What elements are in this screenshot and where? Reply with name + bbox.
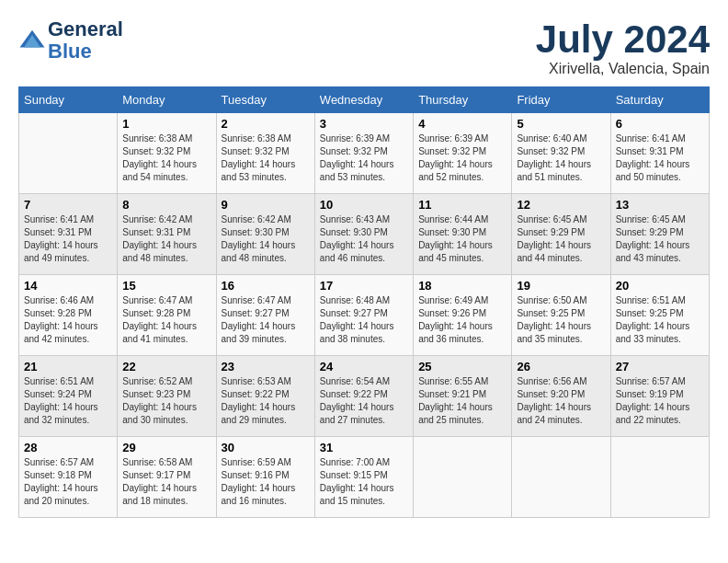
day-number: 19 [517, 279, 605, 293]
day-number: 26 [517, 360, 605, 373]
cell-sun-info: Sunrise: 6:46 AMSunset: 9:28 PMDaylight:… [24, 294, 112, 346]
calendar-cell [610, 437, 709, 518]
cell-sun-info: Sunrise: 6:59 AMSunset: 9:16 PMDaylight:… [222, 456, 310, 508]
weekday-header-friday: Friday [512, 87, 610, 113]
calendar-cell: 9Sunrise: 6:42 AMSunset: 9:30 PMDaylight… [216, 194, 314, 275]
calendar-cell: 15Sunrise: 6:47 AMSunset: 9:28 PMDayligh… [118, 275, 216, 356]
cell-sun-info: Sunrise: 6:54 AMSunset: 9:22 PMDaylight:… [320, 375, 408, 427]
day-number: 6 [616, 117, 704, 131]
calendar-row-1: 1Sunrise: 6:38 AMSunset: 9:32 PMDaylight… [19, 113, 710, 194]
logo-blue: Blue [48, 40, 92, 63]
calendar-row-4: 21Sunrise: 6:51 AMSunset: 9:24 PMDayligh… [19, 356, 710, 437]
calendar-cell: 10Sunrise: 6:43 AMSunset: 9:30 PMDayligh… [314, 194, 413, 275]
calendar-cell: 11Sunrise: 6:44 AMSunset: 9:30 PMDayligh… [414, 194, 512, 275]
weekday-header-wednesday: Wednesday [314, 87, 413, 113]
calendar-cell: 14Sunrise: 6:46 AMSunset: 9:28 PMDayligh… [19, 275, 118, 356]
cell-sun-info: Sunrise: 6:49 AMSunset: 9:26 PMDaylight:… [418, 294, 506, 346]
cell-sun-info: Sunrise: 6:39 AMSunset: 9:32 PMDaylight:… [418, 132, 506, 184]
calendar-cell: 29Sunrise: 6:58 AMSunset: 9:17 PMDayligh… [118, 437, 216, 518]
calendar-cell: 7Sunrise: 6:41 AMSunset: 9:31 PMDaylight… [19, 194, 118, 275]
calendar-cell: 17Sunrise: 6:48 AMSunset: 9:27 PMDayligh… [314, 275, 413, 356]
weekday-header-saturday: Saturday [610, 87, 709, 113]
logo-general: General [48, 17, 123, 40]
calendar-row-3: 14Sunrise: 6:46 AMSunset: 9:28 PMDayligh… [19, 275, 710, 356]
calendar-cell: 18Sunrise: 6:49 AMSunset: 9:26 PMDayligh… [414, 275, 512, 356]
day-number: 30 [222, 441, 310, 454]
calendar-cell: 3Sunrise: 6:39 AMSunset: 9:32 PMDaylight… [314, 113, 413, 194]
cell-sun-info: Sunrise: 6:40 AMSunset: 9:32 PMDaylight:… [517, 132, 605, 184]
calendar-cell: 12Sunrise: 6:45 AMSunset: 9:29 PMDayligh… [512, 194, 610, 275]
day-number: 18 [418, 279, 506, 293]
cell-sun-info: Sunrise: 6:45 AMSunset: 9:29 PMDaylight:… [616, 213, 704, 265]
calendar-cell: 25Sunrise: 6:55 AMSunset: 9:21 PMDayligh… [414, 356, 512, 437]
day-number: 3 [320, 117, 408, 131]
calendar-cell: 26Sunrise: 6:56 AMSunset: 9:20 PMDayligh… [512, 356, 610, 437]
cell-sun-info: Sunrise: 6:43 AMSunset: 9:30 PMDaylight:… [320, 213, 408, 265]
calendar-cell: 22Sunrise: 6:52 AMSunset: 9:23 PMDayligh… [118, 356, 216, 437]
cell-sun-info: Sunrise: 6:47 AMSunset: 9:27 PMDaylight:… [222, 294, 310, 346]
cell-sun-info: Sunrise: 6:38 AMSunset: 9:32 PMDaylight:… [222, 132, 310, 184]
calendar-cell [414, 437, 512, 518]
calendar-cell: 20Sunrise: 6:51 AMSunset: 9:25 PMDayligh… [610, 275, 709, 356]
day-number: 13 [616, 198, 704, 212]
calendar-cell: 27Sunrise: 6:57 AMSunset: 9:19 PMDayligh… [610, 356, 709, 437]
cell-sun-info: Sunrise: 6:50 AMSunset: 9:25 PMDaylight:… [517, 294, 605, 346]
calendar-cell: 24Sunrise: 6:54 AMSunset: 9:22 PMDayligh… [314, 356, 413, 437]
calendar-cell: 28Sunrise: 6:57 AMSunset: 9:18 PMDayligh… [19, 437, 118, 518]
calendar-row-5: 28Sunrise: 6:57 AMSunset: 9:18 PMDayligh… [19, 437, 710, 518]
day-number: 25 [418, 360, 506, 373]
day-number: 20 [616, 279, 704, 293]
logo-text: General Blue [48, 18, 123, 63]
day-number: 21 [24, 360, 112, 373]
day-number: 23 [222, 360, 310, 373]
calendar-cell: 19Sunrise: 6:50 AMSunset: 9:25 PMDayligh… [512, 275, 610, 356]
day-number: 8 [122, 198, 210, 212]
cell-sun-info: Sunrise: 6:42 AMSunset: 9:30 PMDaylight:… [222, 213, 310, 265]
calendar-row-2: 7Sunrise: 6:41 AMSunset: 9:31 PMDaylight… [19, 194, 710, 275]
cell-sun-info: Sunrise: 6:51 AMSunset: 9:24 PMDaylight:… [24, 375, 112, 427]
day-number: 12 [517, 198, 605, 212]
calendar-cell: 4Sunrise: 6:39 AMSunset: 9:32 PMDaylight… [414, 113, 512, 194]
weekday-header-tuesday: Tuesday [216, 87, 314, 113]
logo-icon [18, 27, 46, 54]
day-number: 17 [320, 279, 408, 293]
calendar-cell: 8Sunrise: 6:42 AMSunset: 9:31 PMDaylight… [118, 194, 216, 275]
cell-sun-info: Sunrise: 6:41 AMSunset: 9:31 PMDaylight:… [24, 213, 112, 265]
calendar-cell: 23Sunrise: 6:53 AMSunset: 9:22 PMDayligh… [216, 356, 314, 437]
cell-sun-info: Sunrise: 6:44 AMSunset: 9:30 PMDaylight:… [418, 213, 506, 265]
day-number: 15 [122, 279, 210, 293]
calendar-cell [512, 437, 610, 518]
day-number: 29 [122, 441, 210, 454]
day-number: 5 [517, 117, 605, 131]
title-block: July 2024 Xirivella, Valencia, Spain [536, 18, 710, 77]
calendar-cell [19, 113, 118, 194]
day-number: 14 [24, 279, 112, 293]
cell-sun-info: Sunrise: 6:47 AMSunset: 9:28 PMDaylight:… [122, 294, 210, 346]
cell-sun-info: Sunrise: 6:41 AMSunset: 9:31 PMDaylight:… [616, 132, 704, 184]
day-number: 4 [418, 117, 506, 131]
weekday-header-row: SundayMondayTuesdayWednesdayThursdayFrid… [19, 87, 710, 113]
weekday-header-sunday: Sunday [19, 87, 118, 113]
calendar-cell: 2Sunrise: 6:38 AMSunset: 9:32 PMDaylight… [216, 113, 314, 194]
page-header: General Blue July 2024 Xirivella, Valenc… [18, 18, 710, 77]
day-number: 16 [222, 279, 310, 293]
month-title: July 2024 [536, 18, 710, 61]
cell-sun-info: Sunrise: 6:38 AMSunset: 9:32 PMDaylight:… [122, 132, 210, 184]
day-number: 11 [418, 198, 506, 212]
cell-sun-info: Sunrise: 6:57 AMSunset: 9:18 PMDaylight:… [24, 456, 112, 508]
calendar-cell: 31Sunrise: 7:00 AMSunset: 9:15 PMDayligh… [314, 437, 413, 518]
calendar-cell: 21Sunrise: 6:51 AMSunset: 9:24 PMDayligh… [19, 356, 118, 437]
cell-sun-info: Sunrise: 7:00 AMSunset: 9:15 PMDaylight:… [320, 456, 408, 508]
day-number: 10 [320, 198, 408, 212]
day-number: 28 [24, 441, 112, 454]
cell-sun-info: Sunrise: 6:56 AMSunset: 9:20 PMDaylight:… [517, 375, 605, 427]
cell-sun-info: Sunrise: 6:53 AMSunset: 9:22 PMDaylight:… [222, 375, 310, 427]
cell-sun-info: Sunrise: 6:42 AMSunset: 9:31 PMDaylight:… [122, 213, 210, 265]
day-number: 22 [122, 360, 210, 373]
calendar-cell: 1Sunrise: 6:38 AMSunset: 9:32 PMDaylight… [118, 113, 216, 194]
day-number: 31 [320, 441, 408, 454]
calendar-cell: 13Sunrise: 6:45 AMSunset: 9:29 PMDayligh… [610, 194, 709, 275]
location: Xirivella, Valencia, Spain [536, 61, 710, 77]
cell-sun-info: Sunrise: 6:52 AMSunset: 9:23 PMDaylight:… [122, 375, 210, 427]
day-number: 1 [122, 117, 210, 131]
